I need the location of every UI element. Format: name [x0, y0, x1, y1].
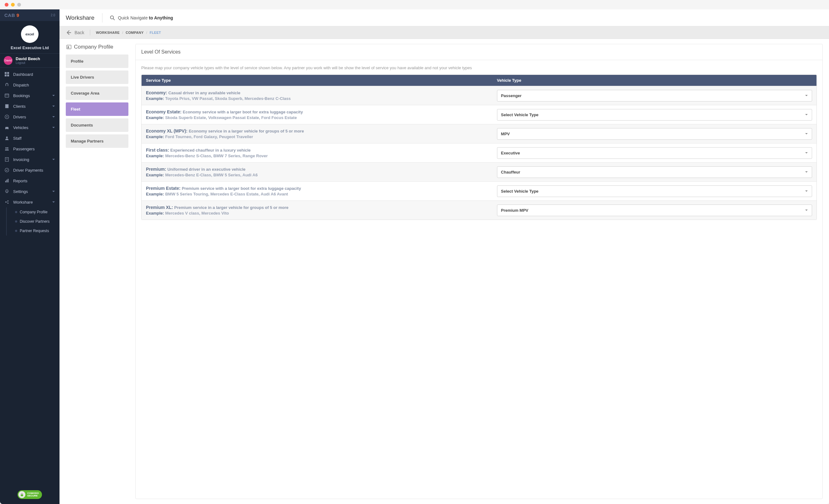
nav-bookings[interactable]: Bookings: [0, 90, 60, 101]
nav-settings[interactable]: Settings: [0, 186, 60, 197]
crumb-company[interactable]: COMPANY: [125, 31, 144, 34]
vehicle-type-cell: Passenger: [493, 87, 817, 104]
subnav-discover-partners[interactable]: Discover Partners: [16, 217, 60, 226]
chevron-down-icon: [52, 157, 55, 162]
tab-profile[interactable]: Profile: [66, 55, 129, 68]
vehicle-type-select[interactable]: Passenger: [497, 90, 812, 102]
svg-rect-2: [5, 75, 7, 76]
tab-coverage-area[interactable]: Coverage Area: [66, 86, 129, 100]
column-service-type: Service Type: [142, 75, 493, 86]
payment-icon: [4, 168, 9, 173]
panel-body: Please map your company vehicle types wi…: [136, 60, 822, 225]
tab-documents[interactable]: Documents: [66, 118, 129, 132]
service-type-cell: Economy: Casual driver in any available …: [142, 86, 493, 105]
maximize-window-button[interactable]: [17, 3, 21, 7]
section-heading: Company Profile: [66, 44, 129, 50]
content-area: Company Profile ProfileLive DriversCover…: [60, 39, 829, 504]
calendar-icon: [4, 93, 9, 98]
select-value: Executive: [501, 151, 520, 155]
vehicle-type-select[interactable]: Premium MPV: [497, 205, 812, 216]
company-logo: excel: [21, 25, 38, 43]
secure-badge: COMODO SECURE: [0, 485, 60, 504]
nav-clients[interactable]: Clients: [0, 101, 60, 111]
traffic-lights: [5, 3, 21, 7]
vehicle-type-cell: Select Vehicle Type: [493, 183, 817, 200]
nav-dispatch[interactable]: Dispatch: [0, 79, 60, 90]
service-description: Economy service in a larger vehicle for …: [189, 129, 304, 134]
invoice-icon: [4, 157, 9, 162]
nav-label: Dashboard: [13, 72, 33, 77]
column-vehicle-type: Vehicle Type: [493, 75, 817, 86]
select-value: Passenger: [501, 93, 522, 98]
service-description: Premium service with a larger boot for e…: [182, 186, 301, 191]
select-value: Premium MPV: [501, 208, 528, 213]
nav-driver-payments[interactable]: Driver Payments: [0, 165, 60, 175]
svg-point-9: [5, 129, 6, 130]
nav-invoicing[interactable]: Invoicing: [0, 154, 60, 165]
svg-point-8: [6, 116, 7, 117]
nav-reports[interactable]: Reports: [0, 175, 60, 186]
table-header: Service Type Vehicle Type: [142, 75, 817, 86]
service-row: Economy Estate: Economy service with a l…: [142, 105, 817, 124]
service-row: Premium Estate: Premium service with a l…: [142, 181, 817, 201]
logout-link[interactable]: Logout: [16, 61, 40, 65]
tab-fleet[interactable]: Fleet: [66, 102, 129, 116]
vehicle-type-select[interactable]: MPV: [497, 128, 812, 140]
svg-rect-4: [5, 94, 9, 98]
select-value: MPV: [501, 132, 510, 136]
service-type-cell: First class: Experienced chauffeur in a …: [142, 143, 493, 162]
service-description: Premium service in a larger vehicle for …: [174, 205, 288, 210]
nav-workshare[interactable]: Workshare: [0, 197, 60, 207]
nav-staff[interactable]: Staff: [0, 133, 60, 143]
example-text: BMW 5 Series Touring, Mercedes E-Class E…: [165, 192, 288, 196]
avatar: David: [4, 56, 12, 65]
building-icon: [4, 104, 9, 109]
svg-rect-20: [8, 179, 9, 182]
chevron-down-icon: [805, 170, 808, 175]
example-label: Example:: [146, 96, 165, 101]
chevron-down-icon: [805, 189, 808, 193]
profile-card-icon: [66, 44, 71, 49]
service-name: Premium XL:: [146, 205, 174, 210]
vehicle-type-select[interactable]: Select Vehicle Type: [497, 109, 812, 120]
nav: Dashboard Dispatch Bookings Clients Driv…: [0, 68, 60, 485]
example-label: Example:: [146, 153, 165, 158]
gear-icon: [4, 189, 9, 194]
subnav-partner-requests[interactable]: Partner Requests: [16, 226, 60, 236]
nav-passengers[interactable]: Passengers: [0, 143, 60, 154]
grid-icon: [4, 72, 9, 77]
back-arrow-icon[interactable]: [66, 30, 71, 35]
vehicle-type-select[interactable]: Chauffeur: [497, 166, 812, 178]
svg-rect-1: [7, 72, 9, 74]
nav-label: Workshare: [13, 200, 33, 205]
select-value: Select Vehicle Type: [501, 189, 539, 193]
service-type-cell: Economy XL (MPV): Economy service in a l…: [142, 124, 493, 143]
tab-manage-partners[interactable]: Manage Partners: [66, 134, 129, 148]
svg-point-27: [110, 16, 113, 19]
quick-navigate-input[interactable]: Quick Navigate to Anything: [118, 15, 173, 21]
service-name: Economy XL (MPV):: [146, 129, 189, 134]
vehicle-type-cell: Premium MPV: [493, 202, 817, 219]
search-icon[interactable]: [110, 15, 115, 21]
service-row: First class: Experienced chauffeur in a …: [142, 143, 817, 162]
vehicle-type-select[interactable]: Select Vehicle Type: [497, 185, 812, 197]
brand-bar: CAB 9 2.0: [0, 9, 60, 21]
close-window-button[interactable]: [5, 3, 8, 7]
nav-dashboard[interactable]: Dashboard: [0, 69, 60, 79]
crumb-separator: /: [122, 31, 123, 34]
example-text: Ford Tourneo, Ford Galaxy, Peugeot Trave…: [165, 134, 253, 139]
chevron-down-icon: [805, 112, 808, 117]
nav-vehicles[interactable]: Vehicles: [0, 122, 60, 133]
nav-drivers[interactable]: Drivers: [0, 111, 60, 122]
vehicle-type-select[interactable]: Executive: [497, 147, 812, 159]
minimize-window-button[interactable]: [11, 3, 15, 7]
service-type-cell: Premium Estate: Premium service with a l…: [142, 182, 493, 201]
service-row: Economy: Casual driver in any available …: [142, 86, 817, 105]
back-button[interactable]: Back: [75, 30, 84, 35]
subnav-company-profile[interactable]: Company Profile: [16, 207, 60, 217]
tab-live-drivers[interactable]: Live Drivers: [66, 70, 129, 84]
share-icon: [4, 200, 9, 205]
service-name: First class:: [146, 148, 170, 152]
crumb-workshare[interactable]: WORKSHARE: [96, 31, 120, 34]
chevron-down-icon: [52, 115, 55, 119]
